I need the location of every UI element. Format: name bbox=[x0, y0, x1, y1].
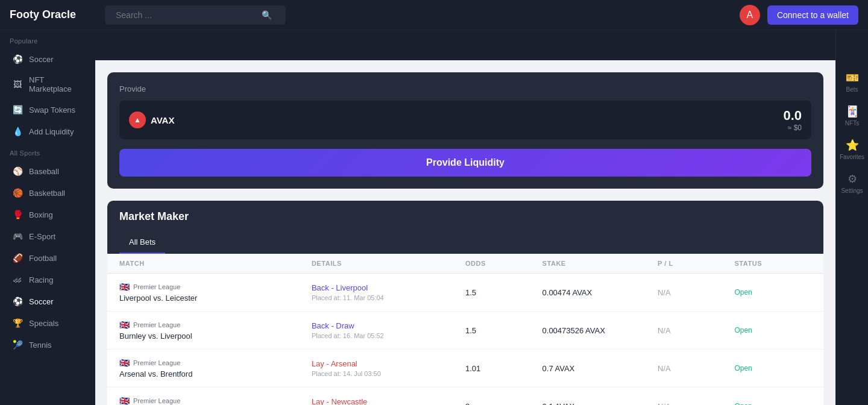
match-league-2: 🇬🇧 Premier League bbox=[119, 358, 312, 368]
token-selector[interactable]: ▲ AVAX bbox=[129, 111, 174, 128]
sidebar-item-add-liquidity[interactable]: 💧 Add Liquidity bbox=[2, 121, 93, 142]
status-0: Open bbox=[734, 288, 811, 297]
th-details: DETAILS bbox=[312, 260, 465, 267]
match-name-1: Burnley vs. Liverpool bbox=[119, 331, 312, 341]
detail-date-1: Placed at: 16. Mar 05:52 bbox=[312, 332, 465, 339]
odds-1: 1.5 bbox=[465, 326, 542, 335]
flag-1: 🇬🇧 bbox=[119, 320, 130, 330]
match-league-0: 🇬🇧 Premier League bbox=[119, 282, 312, 292]
app-title: Footy Oracle bbox=[10, 8, 76, 21]
table-row: 🇬🇧 Premier League Burnley vs. Liverpool … bbox=[107, 312, 823, 350]
odds-3: 3 bbox=[465, 402, 542, 406]
boxing-icon: 🥊 bbox=[12, 209, 23, 220]
odds-2: 1.01 bbox=[465, 364, 542, 373]
topbar-left: Footy Oracle bbox=[0, 8, 95, 21]
stake-3: 0.1 AVAX bbox=[542, 402, 658, 406]
sidebar-item-label-football: Football bbox=[29, 254, 57, 263]
league-name-3: Premier League bbox=[133, 397, 180, 404]
right-nav-nfts[interactable]: 🃏 NFTs bbox=[836, 100, 868, 131]
th-status: STATUS bbox=[734, 260, 811, 267]
table-row: 🇬🇧 Premier League Liverpool vs. Leiceste… bbox=[107, 274, 823, 312]
right-nav-bets[interactable]: 🎫 Bets bbox=[836, 66, 868, 98]
provide-label: Provide bbox=[119, 84, 811, 93]
favorites-icon: ⭐ bbox=[846, 139, 859, 152]
connect-wallet-button[interactable]: Connect to a wallet bbox=[767, 5, 858, 25]
sidebar-item-baseball[interactable]: ⚾ Baseball bbox=[2, 160, 93, 182]
detail-link-0[interactable]: Back - Liverpool bbox=[312, 283, 465, 292]
match-cell-0: 🇬🇧 Premier League Liverpool vs. Leiceste… bbox=[119, 282, 312, 303]
match-name-2: Arsenal vs. Brentford bbox=[119, 369, 312, 378]
flag-3: 🇬🇧 bbox=[119, 396, 130, 405]
pl-1: N/A bbox=[658, 326, 735, 335]
sidebar-item-label-nft: NFT Marketplace bbox=[29, 75, 83, 93]
detail-link-3[interactable]: Lay - Newcastle bbox=[312, 397, 465, 405]
bets-icon: 🎫 bbox=[846, 71, 859, 84]
detail-cell-1: Back - Draw Placed at: 16. Mar 05:52 bbox=[312, 321, 465, 339]
sidebar-item-label-liquidity: Add Liquidity bbox=[29, 127, 74, 136]
sidebar-item-label-baseball: Baseball bbox=[29, 167, 59, 176]
sidebar-item-nft-marketplace[interactable]: 🖼 NFT Marketplace bbox=[2, 70, 93, 99]
league-name-2: Premier League bbox=[133, 359, 180, 366]
sidebar-item-esport[interactable]: 🎮 E-Sport bbox=[2, 225, 93, 247]
status-3: Open bbox=[734, 402, 811, 405]
add-liquidity-icon: 💧 bbox=[12, 126, 23, 137]
table-row: 🇬🇧 Premier League Arsenal vs. Brentford … bbox=[107, 350, 823, 388]
nfts-icon: 🃏 bbox=[846, 105, 859, 118]
right-nav-settings[interactable]: ⚙ Settings bbox=[836, 168, 868, 199]
detail-cell-2: Lay - Arsenal Placed at: 14. Jul 03:50 bbox=[312, 359, 465, 377]
soccer2-icon: ⚽ bbox=[12, 296, 23, 307]
amount-value: 0.0 bbox=[783, 108, 802, 124]
sidebar-item-soccer[interactable]: ⚽ Soccer bbox=[2, 48, 93, 70]
sidebar-item-football[interactable]: 🏈 Football bbox=[2, 247, 93, 269]
flag-0: 🇬🇧 bbox=[119, 282, 130, 292]
search-wrapper: 🔍 bbox=[105, 5, 286, 25]
search-input[interactable] bbox=[111, 5, 262, 25]
sidebar-item-label-basketball: Basketball bbox=[29, 189, 65, 198]
main-content: Provide ▲ AVAX 0.0 ≈ $0 Provide Liquidit… bbox=[95, 60, 835, 405]
tennis-icon: 🎾 bbox=[12, 339, 23, 350]
match-cell-3: 🇬🇧 Premier League Newcastle vs. Aston Vi… bbox=[119, 396, 312, 405]
sidebar-item-label-tennis: Tennis bbox=[29, 341, 52, 350]
detail-link-2[interactable]: Lay - Arsenal bbox=[312, 359, 465, 368]
sidebar-item-basketball[interactable]: 🏀 Basketball bbox=[2, 182, 93, 204]
tab-all-bets[interactable]: All Bets bbox=[119, 233, 165, 254]
tabs-row: All Bets bbox=[107, 233, 823, 254]
sidebar-item-label-soccer2: Soccer bbox=[29, 297, 53, 306]
flag-2: 🇬🇧 bbox=[119, 358, 130, 368]
sidebar-item-label-racing: Racing bbox=[29, 275, 53, 284]
sidebar-item-label-swap: Swap Tokens bbox=[29, 105, 75, 115]
sidebar-item-swap-tokens[interactable]: 🔄 Swap Tokens bbox=[2, 99, 93, 121]
amount-usd: ≈ $0 bbox=[783, 124, 802, 132]
sidebar-item-tennis[interactable]: 🎾 Tennis bbox=[2, 334, 93, 356]
baseball-icon: ⚾ bbox=[12, 166, 23, 177]
token-name: AVAX bbox=[151, 115, 174, 125]
th-pl: P / L bbox=[658, 260, 735, 267]
table-header: MATCH DETAILS ODDS STAKE P / L STATUS bbox=[107, 254, 823, 274]
market-maker-header: Market Maker bbox=[107, 201, 823, 233]
right-nav-settings-label: Settings bbox=[841, 187, 863, 194]
sidebar-item-boxing[interactable]: 🥊 Boxing bbox=[2, 204, 93, 225]
stake-2: 0.7 AVAX bbox=[542, 364, 658, 373]
nft-marketplace-icon: 🖼 bbox=[12, 79, 23, 90]
sidebar-item-soccer2[interactable]: ⚽ Soccer bbox=[2, 290, 93, 312]
right-nav-favorites[interactable]: ⭐ Favorites bbox=[836, 134, 868, 165]
provide-liquidity-button[interactable]: Provide Liquidity bbox=[119, 149, 811, 177]
th-stake: STAKE bbox=[542, 260, 658, 267]
provide-card: Provide ▲ AVAX 0.0 ≈ $0 Provide Liquidit… bbox=[107, 72, 823, 189]
sidebar-item-label-soccer: Soccer bbox=[29, 55, 53, 64]
sidebar-item-label-specials: Specials bbox=[29, 319, 58, 328]
status-1: Open bbox=[734, 326, 811, 334]
right-sidebar: 🎫 Bets 🃏 NFTs ⭐ Favorites ⚙ Settings bbox=[835, 30, 868, 405]
amount-display: 0.0 ≈ $0 bbox=[783, 108, 802, 132]
sidebar-item-racing[interactable]: 🏎 Racing bbox=[2, 269, 93, 290]
sidebar-item-label-esport: E-Sport bbox=[29, 232, 55, 241]
stake-0: 0.00474 AVAX bbox=[542, 288, 658, 297]
detail-date-2: Placed at: 14. Jul 03:50 bbox=[312, 370, 465, 377]
match-cell-1: 🇬🇧 Premier League Burnley vs. Liverpool bbox=[119, 320, 312, 341]
soccer-icon: ⚽ bbox=[12, 54, 23, 64]
match-league-1: 🇬🇧 Premier League bbox=[119, 320, 312, 330]
detail-link-1[interactable]: Back - Draw bbox=[312, 321, 465, 330]
sidebar-all-sports-label: All Sports bbox=[0, 142, 95, 160]
odds-0: 1.5 bbox=[465, 288, 542, 297]
sidebar-item-specials[interactable]: 🏆 Specials bbox=[2, 312, 93, 334]
